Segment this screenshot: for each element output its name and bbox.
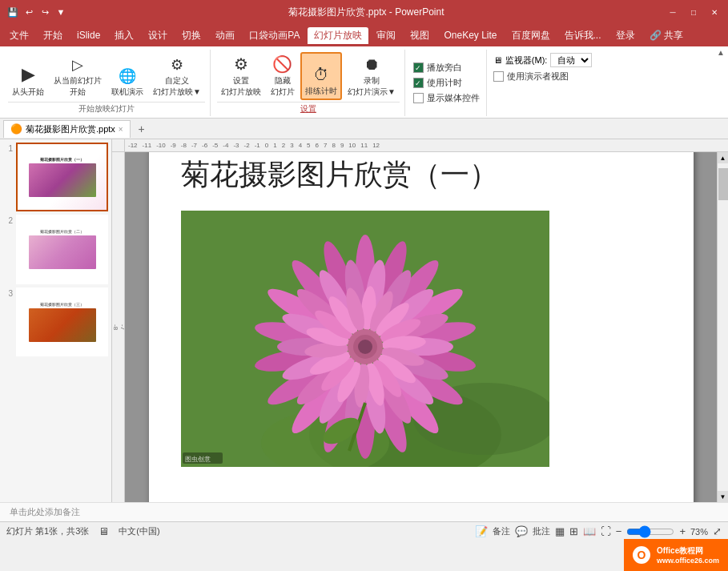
setup-label: 设置幻灯片放映 [221,75,261,98]
canvas-area: 菊花摄影图片欣赏（一） [125,152,717,502]
timing-checkbox[interactable]: ✓ [413,78,424,88]
title-bar-right: ─ □ ✕ [666,5,722,19]
group-start-slideshow: ▶ 从头开始 ▷ 从当前幻灯片开始 🌐 联机演示 ⚙ 自定义幻灯片放映▼ 开始放… [3,50,211,116]
slide-thumb-3[interactable]: 3 菊花摄影图片欣赏（三） [3,288,108,356]
redo-icon[interactable]: ↪ [38,6,51,18]
monitor-select[interactable]: 自动 [550,53,592,67]
menu-pa[interactable]: 口袋动画PA [243,27,306,44]
settings-buttons: ⚙ 设置幻灯片放映 🚫 隐藏幻灯片 ⏱ 排练计时 ⏺ 录制幻灯片演示▼ [217,51,400,100]
scroll-up-arrow[interactable]: ▲ [718,152,729,163]
setup-icon: ⚙ [234,54,248,74]
save-icon[interactable]: 💾 [6,6,19,18]
from-start-label: 从头开始 [12,86,44,98]
flower-svg: 图虫创意 [181,211,549,467]
menu-share[interactable]: 🔗 共享 [643,27,690,44]
menu-file[interactable]: 文件 [3,27,35,44]
slide-thumb-2[interactable]: 2 菊花摄影图片欣赏（二） [3,215,108,283]
hide-slide-button[interactable]: 🚫 隐藏幻灯片 [267,52,299,100]
doc-tab[interactable]: 🟠 菊花摄影图片欣赏.pptx × [3,120,131,138]
setup-show-button[interactable]: ⚙ 设置幻灯片放映 [217,52,265,100]
menu-onekey[interactable]: OneKey Lite [437,28,503,42]
status-bar: 幻灯片 第1张，共3张 🖥 中文(中国) 📝 备注 💬 批注 ▦ ⊞ 📖 ⛶ −… [0,521,728,541]
slide-preview-3[interactable]: 菊花摄影图片欣赏（三） [16,288,108,356]
window-title: 菊花摄影图片欣赏.pptx - PowerPoint [67,6,666,19]
status-left: 幻灯片 第1张，共3张 🖥 中文(中国) [6,525,160,537]
menu-design[interactable]: 设计 [142,27,174,44]
notes-bar[interactable]: 单击此处添加备注 [0,502,728,521]
zoom-out-icon[interactable]: − [616,525,622,537]
vertical-scrollbar[interactable]: ▲ ▼ [717,152,728,502]
office-logo-line1: Office教程网 [657,545,719,557]
view-reading-icon[interactable]: 📖 [583,525,596,537]
checkbox-narration[interactable]: ✓ 播放旁白 [413,62,480,74]
add-tab-button[interactable]: + [134,121,150,137]
custom-show-button[interactable]: ⚙ 自定义幻灯片放映▼ [149,52,205,100]
status-office-icon[interactable]: 🖥 [99,525,109,537]
from-start-button[interactable]: ▶ 从头开始 [8,52,48,100]
menu-view[interactable]: 视图 [404,27,436,44]
vertical-ruler: -8-7-6-5-4-3-2-10123456789 [112,152,125,502]
minimize-button[interactable]: ─ [666,5,680,19]
canvas-row: -8-7-6-5-4-3-2-10123456789 菊花摄影图片欣赏（一） [112,152,728,502]
zoom-level: 73% [690,527,708,537]
menu-slideshow[interactable]: 幻灯片放映 [308,27,368,44]
doc-tab-name: 菊花摄影图片欣赏.pptx [26,123,115,135]
svg-text:图虫创意: 图虫创意 [185,456,211,463]
rehearse-button[interactable]: ⏱ 排练计时 [300,52,342,100]
office-icon: O [633,546,650,564]
narration-label: 播放旁白 [427,62,462,74]
doc-tab-close[interactable]: × [119,125,123,134]
scroll-thumb[interactable] [718,168,728,200]
checkbox-timing[interactable]: ✓ 使用计时 [413,77,480,89]
notes-btn-label: 备注 [493,525,510,537]
menu-insert[interactable]: 插入 [108,27,140,44]
fit-screen-icon[interactable]: ⤢ [713,525,722,537]
menu-transition[interactable]: 切换 [175,27,207,44]
comment-icon[interactable]: 💬 [515,525,528,537]
slide-num-2: 2 [3,215,13,225]
monitor-row: 🖥 监视器(M): 自动 [493,53,593,67]
slide-preview-1[interactable]: 菊花摄影图片欣赏（一） [16,143,108,211]
zoom-slider[interactable] [626,525,674,538]
scroll-down-arrow[interactable]: ▼ [718,491,729,502]
view-normal-icon[interactable]: ▦ [555,525,565,537]
ribbon-collapse-button[interactable]: ▲ [717,48,725,57]
menu-tellme[interactable]: 告诉我... [558,27,608,44]
slide-image: 图虫创意 [181,211,549,467]
rehearse-icon: ⏱ [313,66,329,84]
menu-login[interactable]: 登录 [609,27,642,44]
checkbox-media[interactable]: 显示媒体控件 [413,92,480,104]
menu-islide[interactable]: iSlide [70,28,107,42]
maximize-button[interactable]: □ [686,5,701,19]
from-current-label: 从当前幻灯片开始 [54,75,102,98]
slide-num-3: 3 [3,288,13,298]
presenter-checkbox[interactable] [493,71,504,82]
online-present-button[interactable]: 🌐 联机演示 [107,52,147,100]
checkbox-presenter[interactable]: 使用演示者视图 [493,70,593,82]
rehearse-label: 排练计时 [305,86,337,97]
customize-icon[interactable]: ▼ [54,6,67,18]
menu-animation[interactable]: 动画 [209,27,241,44]
office-logo-line2: www.office26.com [657,557,719,565]
menu-home[interactable]: 开始 [37,27,69,44]
close-button[interactable]: ✕ [707,5,722,19]
undo-icon[interactable]: ↩ [22,6,35,18]
online-label: 联机演示 [111,86,143,98]
from-current-button[interactable]: ▷ 从当前幻灯片开始 [50,52,106,100]
record-button[interactable]: ⏺ 录制幻灯片演示▼ [344,52,400,100]
menu-review[interactable]: 审阅 [370,27,402,44]
media-checkbox[interactable] [413,93,424,103]
group-start-label: 开始放映幻灯片 [8,102,205,115]
doc-tab-bar: 🟠 菊花摄影图片欣赏.pptx × + [0,119,728,139]
notes-placeholder: 单击此处添加备注 [10,506,80,518]
view-presenter-icon[interactable]: ⛶ [601,525,611,537]
narration-checkbox[interactable]: ✓ [413,62,424,73]
notes-icon[interactable]: 📝 [475,525,488,537]
ribbon-checkboxes: ✓ 播放旁白 ✓ 使用计时 显示媒体控件 [407,50,486,116]
menu-baidu[interactable]: 百度网盘 [505,27,557,44]
view-slide-sorter-icon[interactable]: ⊞ [569,525,578,537]
slide-thumb-1[interactable]: 1 菊花摄影图片欣赏（一） [3,143,108,211]
slide-preview-2[interactable]: 菊花摄影图片欣赏（二） [16,215,108,283]
record-label: 录制幻灯片演示▼ [348,75,396,98]
zoom-in-icon[interactable]: + [679,525,686,537]
